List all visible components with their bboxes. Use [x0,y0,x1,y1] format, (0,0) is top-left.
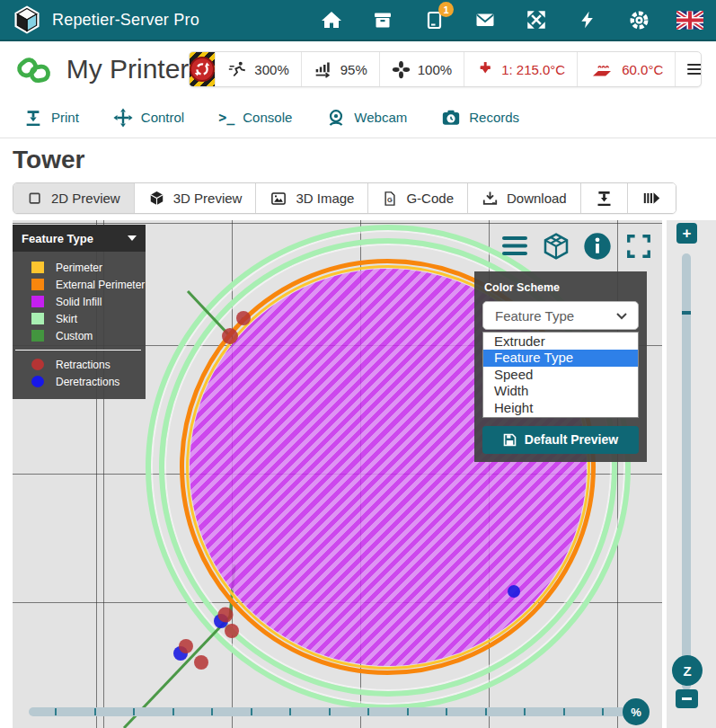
caret-down-icon [128,235,137,241]
selected-option: Feature Type [495,308,574,324]
z-button[interactable]: Z [672,655,703,686]
2d-preview-button[interactable]: 2D Preview [13,183,134,213]
slider-tick [251,708,252,715]
option-height[interactable]: Height [483,400,638,416]
slider-tick [211,708,213,715]
retractions-marker [31,359,44,370]
slider-tick [55,708,57,715]
archive-button[interactable] [369,6,396,33]
chevron-down-icon [615,312,628,320]
external-perimeter-swatch [31,279,44,290]
settings-button[interactable] [625,6,652,33]
slider-tick [446,708,447,715]
option-feature-type[interactable]: Feature Type [483,350,638,366]
option-speed[interactable]: Speed [483,367,638,383]
messages-button[interactable] [472,6,499,33]
fan-icon [392,60,411,79]
tab-console[interactable]: >_ Console [218,110,292,126]
language-button[interactable] [676,6,703,33]
menu-icon [502,235,527,256]
preview-menu-button[interactable] [499,231,529,261]
continue-print-button[interactable] [627,183,676,213]
image-icon [270,191,287,207]
tab-webcam[interactable]: Webcam [326,108,407,128]
archive-box-icon [372,9,393,31]
fit-view-button[interactable] [623,231,653,261]
app-title: Repetier-Server Pro [52,11,199,30]
legend-item: External Perimeter [13,276,146,293]
tab-print[interactable]: Print [23,108,79,128]
minus-icon [682,697,692,700]
deretractions-marker [31,376,44,387]
tab-control[interactable]: Control [113,108,184,128]
zoom-in-button[interactable]: + [676,223,697,244]
zoom-out-button[interactable] [676,689,698,708]
slider-tick [602,708,604,715]
feature-legend: Feature Type Perimeter External Perimete… [13,225,146,399]
color-scheme-options: Extruder Feature Type Speed Width Height [482,332,639,418]
gear-icon [628,9,650,31]
page-title: Tower [13,146,716,174]
3d-view-button[interactable] [541,231,570,261]
home-icon [321,9,342,31]
speed-value: 300% [254,62,288,77]
slider-tick [133,708,135,715]
info-button[interactable] [582,231,612,261]
flow-icon [314,60,333,78]
cube-wireframe-icon [542,232,570,261]
color-scheme-label: Color Scheme [484,281,639,294]
download-button[interactable]: Download [467,183,580,213]
fan-speed[interactable]: 100% [379,52,464,86]
legend-item: Deretractions [13,373,146,390]
tab-console-label: Console [243,110,292,125]
gcode-button[interactable]: G G-Code [367,183,467,213]
legend-item: Perimeter [13,259,146,276]
printer-name: My Printer [66,54,190,84]
print-queue-button[interactable]: 1 [420,6,447,33]
bed-temperature[interactable]: 60.0°C [577,52,675,86]
fan-value: 100% [418,62,452,77]
slider-tick [407,708,409,715]
speed-multiplier[interactable]: 300% [215,52,300,86]
color-scheme-select[interactable]: Feature Type [482,301,639,330]
home-button[interactable] [318,6,345,33]
progress-slider[interactable] [29,707,647,716]
tab-control-label: Control [141,110,184,125]
3d-preview-button[interactable]: 3D Preview [134,183,256,213]
default-preview-button[interactable]: Default Preview [482,426,639,454]
slider-tick [563,708,565,715]
legend-header[interactable]: Feature Type [13,225,146,252]
legend-item: Retractions [13,356,146,373]
layers-play-icon [641,190,662,207]
emergency-stop-button[interactable] [190,52,215,86]
layer-slider[interactable] [682,253,691,690]
layer-slider-handle[interactable] [682,311,691,315]
printer-link-icon[interactable] [14,50,54,88]
slider-tick [524,708,526,715]
flow-multiplier[interactable]: 95% [301,52,379,86]
3d-image-button[interactable]: 3D Image [255,183,367,213]
tab-webcam-label: Webcam [354,110,407,125]
slider-tick [329,708,331,715]
tab-records-label: Records [469,110,519,125]
records-tab-icon [441,108,461,128]
print-job-button[interactable] [580,183,627,213]
emergency-stop-icon [190,57,215,82]
preview-canvas[interactable]: Feature Type Perimeter External Perimete… [13,220,662,728]
lightning-bolt-icon [579,9,597,31]
info-icon [583,232,612,261]
power-button[interactable] [574,6,601,33]
fullscreen-brackets-icon [625,233,652,260]
download-icon [482,190,499,207]
repetier-logo-icon [13,5,41,34]
tab-records[interactable]: Records [441,108,519,128]
option-width[interactable]: Width [483,383,638,399]
notification-badge: 1 [438,2,454,17]
fullscreen-button[interactable] [523,6,550,33]
extruder-temperature[interactable]: 1: 215.0°C [464,52,577,86]
speed-icon [227,60,247,78]
option-extruder[interactable]: Extruder [483,333,638,350]
percent-handle[interactable]: % [623,698,650,725]
printer-menu-button[interactable] [675,52,702,86]
skirt-swatch [31,313,44,324]
